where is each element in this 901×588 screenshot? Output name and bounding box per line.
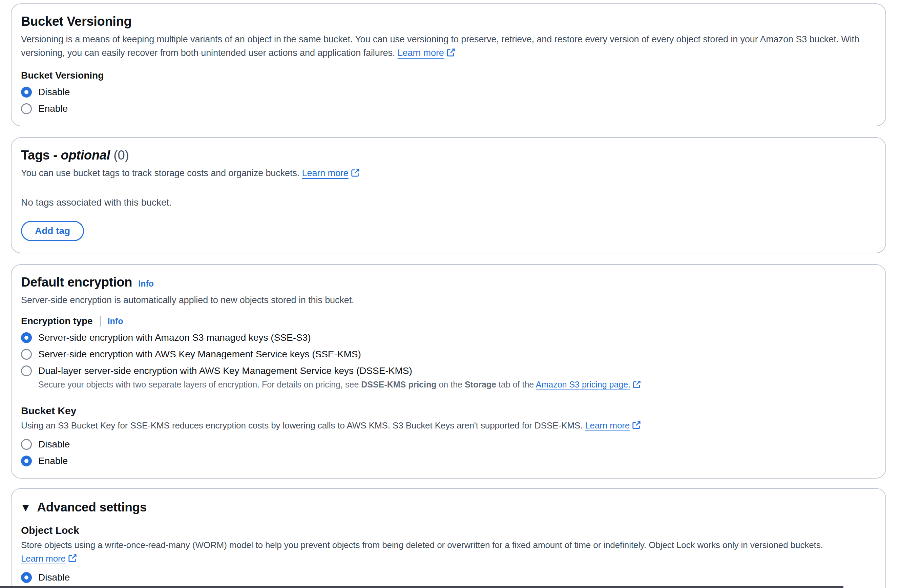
- radio-selected-icon[interactable]: [21, 455, 32, 466]
- encryption-option-dsse-kms[interactable]: Dual-layer server-side encryption with A…: [21, 365, 876, 376]
- bottom-edge-bar: [0, 586, 843, 588]
- bucket-key-option-disable[interactable]: Disable: [21, 439, 876, 450]
- external-link-icon: [351, 167, 360, 181]
- advanced-settings-title: Advanced settings: [37, 500, 147, 515]
- bucket-versioning-field-label: Bucket Versioning: [21, 70, 876, 81]
- dsse-kms-note: Secure your objects with two separate la…: [38, 378, 876, 391]
- divider: [100, 316, 101, 326]
- bucket-key-option-enable[interactable]: Enable: [21, 455, 876, 466]
- bucket-versioning-option-disable[interactable]: Disable: [21, 87, 876, 98]
- add-tag-button[interactable]: Add tag: [21, 221, 84, 241]
- external-link-icon: [446, 47, 455, 61]
- external-link-icon: [633, 379, 641, 391]
- bucket-versioning-learn-more-link[interactable]: Learn more: [398, 48, 455, 58]
- bucket-key-description: Using an S3 Bucket Key for SSE-KMS reduc…: [21, 419, 876, 433]
- advanced-settings-card: ▼ Advanced settings Object Lock Store ob…: [11, 488, 886, 588]
- tags-title: Tags - optional (0): [21, 147, 876, 163]
- caret-down-icon: ▼: [22, 503, 29, 513]
- encryption-type-radio-group: Server-side encryption with Amazon S3 ma…: [21, 332, 876, 391]
- bucket-versioning-option-enable[interactable]: Enable: [21, 103, 876, 114]
- bucket-versioning-title: Bucket Versioning: [21, 14, 876, 29]
- radio-unselected-icon[interactable]: [21, 103, 32, 114]
- default-encryption-description: Server-side encryption is automatically …: [21, 293, 876, 307]
- tags-description: You can use bucket tags to track storage…: [21, 166, 876, 181]
- bucket-key-radio-group: Disable Enable: [21, 439, 876, 466]
- radio-selected-icon[interactable]: [21, 87, 32, 98]
- tags-count: (0): [114, 148, 129, 162]
- object-lock-option-disable[interactable]: Disable: [21, 572, 876, 583]
- s3-pricing-page-link[interactable]: Amazon S3 pricing page.: [536, 380, 641, 389]
- default-encryption-card: Default encryption Info Server-side encr…: [11, 264, 886, 479]
- encryption-type-info-link[interactable]: Info: [108, 317, 123, 326]
- tags-card: Tags - optional (0) You can use bucket t…: [11, 137, 886, 253]
- radio-unselected-icon[interactable]: [21, 439, 32, 450]
- bucket-key-label: Bucket Key: [21, 405, 876, 416]
- radio-selected-icon[interactable]: [21, 332, 32, 343]
- default-encryption-title: Default encryption: [21, 275, 132, 290]
- default-encryption-info-link[interactable]: Info: [138, 279, 154, 289]
- advanced-settings-toggle[interactable]: ▼ Advanced settings: [21, 500, 876, 515]
- encryption-type-label: Encryption type: [21, 316, 93, 326]
- encryption-option-sse-kms[interactable]: Server-side encryption with AWS Key Mana…: [21, 349, 876, 360]
- radio-unselected-icon[interactable]: [21, 365, 32, 376]
- encryption-option-sse-s3[interactable]: Server-side encryption with Amazon S3 ma…: [21, 332, 876, 343]
- tags-empty-text: No tags associated with this bucket.: [21, 197, 876, 208]
- bucket-versioning-radio-group: Disable Enable: [21, 87, 876, 114]
- external-link-icon: [632, 420, 641, 433]
- bucket-versioning-card: Bucket Versioning Versioning is a means …: [11, 3, 886, 126]
- external-link-icon: [68, 553, 77, 566]
- object-lock-learn-more-link[interactable]: Learn more: [21, 554, 77, 564]
- bucket-versioning-description: Versioning is a means of keeping multipl…: [21, 33, 876, 61]
- tags-learn-more-link[interactable]: Learn more: [302, 168, 360, 178]
- object-lock-label: Object Lock: [21, 525, 876, 536]
- bucket-key-learn-more-link[interactable]: Learn more: [585, 420, 641, 430]
- radio-selected-icon[interactable]: [21, 572, 32, 583]
- object-lock-description: Store objects using a write-once-read-ma…: [21, 538, 876, 566]
- radio-unselected-icon[interactable]: [21, 349, 32, 360]
- object-lock-radio-group: Disable Enable Permanently allows object…: [21, 572, 876, 588]
